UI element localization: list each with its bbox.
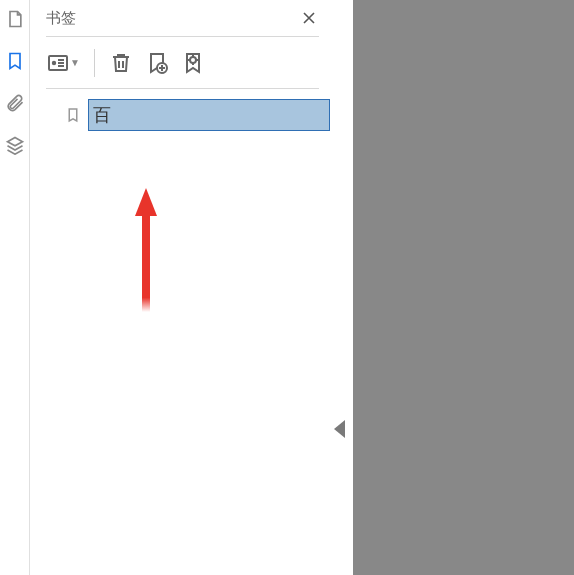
panel-header: 书签	[46, 0, 319, 36]
bookmark-name-input[interactable]	[88, 99, 330, 131]
toolbar-separator	[94, 49, 95, 77]
panel-title: 书签	[46, 9, 76, 28]
bookmark-options-button[interactable]: ▼	[46, 51, 80, 75]
bookmarks-panel-icon[interactable]	[4, 50, 26, 72]
new-bookmark-button[interactable]	[145, 51, 169, 75]
attachments-panel-icon[interactable]	[4, 92, 26, 114]
bookmark-item	[46, 99, 319, 131]
document-area	[353, 0, 574, 575]
panel-toolbar: ▼	[46, 36, 319, 88]
panel-resize-gutter[interactable]	[335, 0, 353, 575]
bookmark-list	[46, 88, 319, 131]
vertical-toolbar	[0, 0, 30, 575]
bookmarks-panel: 书签 ▼	[30, 0, 335, 575]
svg-point-1	[53, 61, 55, 63]
svg-point-3	[190, 57, 196, 63]
layers-panel-icon[interactable]	[4, 134, 26, 156]
close-panel-button[interactable]	[299, 8, 319, 28]
chevron-down-icon: ▼	[70, 57, 80, 68]
pages-panel-icon[interactable]	[4, 8, 26, 30]
collapse-panel-handle[interactable]	[334, 420, 345, 438]
target-bookmark-button[interactable]	[181, 51, 205, 75]
delete-bookmark-button[interactable]	[109, 51, 133, 75]
bookmark-icon	[64, 106, 82, 124]
